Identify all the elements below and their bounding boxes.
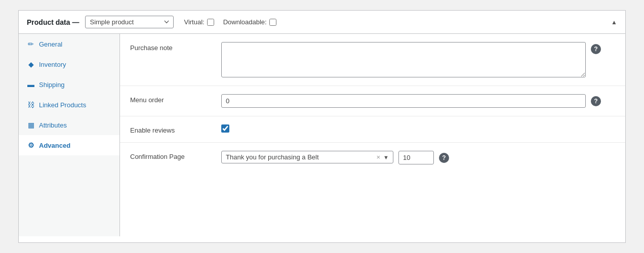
sidebar-item-shipping-label: Shipping	[39, 81, 65, 89]
collapse-icon[interactable]: ▲	[611, 19, 617, 26]
virtual-checkbox[interactable]	[207, 19, 214, 26]
attributes-icon: ▦	[27, 121, 35, 129]
sidebar-item-advanced-label: Advanced	[39, 142, 70, 149]
shipping-icon: ▬	[27, 80, 35, 89]
product-data-box: Product data — Simple product Grouped pr…	[18, 10, 626, 243]
sidebar-item-inventory-label: Inventory	[39, 61, 66, 68]
inventory-icon: ◆	[27, 60, 35, 68]
enable-reviews-label: Enable reviews	[130, 124, 221, 134]
virtual-label[interactable]: Virtual:	[184, 18, 214, 26]
purchase-note-label: Purchase note	[130, 42, 221, 52]
product-data-header: Product data — Simple product Grouped pr…	[19, 11, 625, 34]
confirmation-page-help-icon[interactable]: ?	[439, 153, 449, 163]
sidebar-item-general[interactable]: ✏ General	[19, 34, 119, 54]
product-data-title: Product data —	[27, 18, 79, 26]
downloadable-label[interactable]: Downloadable:	[223, 18, 276, 26]
enable-reviews-checkbox[interactable]	[221, 124, 229, 133]
confirmation-page-arrow-icon[interactable]: ▼	[383, 154, 389, 160]
sidebar-item-general-label: General	[39, 40, 62, 48]
menu-order-input[interactable]	[221, 94, 586, 108]
confirmation-page-row: Confirmation Page Thank you for purchasi…	[120, 143, 625, 173]
main-content: Purchase note ? Menu order ?	[120, 34, 625, 236]
enable-reviews-row: Enable reviews	[120, 116, 625, 143]
sidebar: ✏ General ◆ Inventory ▬ Shipping ⛓ Linke…	[19, 34, 120, 236]
menu-order-help-icon[interactable]: ?	[591, 96, 601, 106]
advanced-icon: ⚙	[27, 141, 35, 149]
confirmation-page-value: Thank you for purchasing a Belt	[226, 153, 374, 161]
enable-reviews-control	[221, 124, 615, 133]
virtual-downloadable-row: Virtual: Downloadable:	[184, 18, 605, 26]
confirmation-page-select[interactable]: Thank you for purchasing a Belt × ▼	[221, 151, 393, 163]
confirmation-page-control: Thank you for purchasing a Belt × ▼ ?	[221, 151, 615, 164]
product-type-select[interactable]: Simple product Grouped product External/…	[85, 16, 174, 28]
sidebar-item-attributes-label: Attributes	[39, 121, 67, 129]
general-icon: ✏	[27, 40, 35, 48]
sidebar-item-shipping[interactable]: ▬ Shipping	[19, 74, 119, 95]
purchase-note-help-icon[interactable]: ?	[591, 44, 601, 54]
sidebar-item-advanced[interactable]: ⚙ Advanced	[19, 135, 119, 155]
sidebar-item-attributes[interactable]: ▦ Attributes	[19, 115, 119, 135]
purchase-note-control: ?	[221, 42, 615, 77]
menu-order-control: ?	[221, 94, 615, 108]
purchase-note-row: Purchase note ?	[120, 34, 625, 86]
confirmation-page-number-input[interactable]	[398, 151, 434, 164]
product-data-body: ✏ General ◆ Inventory ▬ Shipping ⛓ Linke…	[19, 34, 625, 236]
sidebar-item-linked-products[interactable]: ⛓ Linked Products	[19, 95, 119, 115]
menu-order-label: Menu order	[130, 94, 221, 104]
menu-order-row: Menu order ?	[120, 86, 625, 116]
downloadable-checkbox[interactable]	[269, 19, 276, 26]
sidebar-item-linked-products-label: Linked Products	[39, 101, 86, 109]
sidebar-item-inventory[interactable]: ◆ Inventory	[19, 54, 119, 74]
confirmation-page-label: Confirmation Page	[130, 151, 221, 160]
confirmation-page-clear-icon[interactable]: ×	[377, 153, 381, 161]
linked-products-icon: ⛓	[27, 101, 35, 109]
purchase-note-textarea[interactable]	[221, 42, 586, 77]
